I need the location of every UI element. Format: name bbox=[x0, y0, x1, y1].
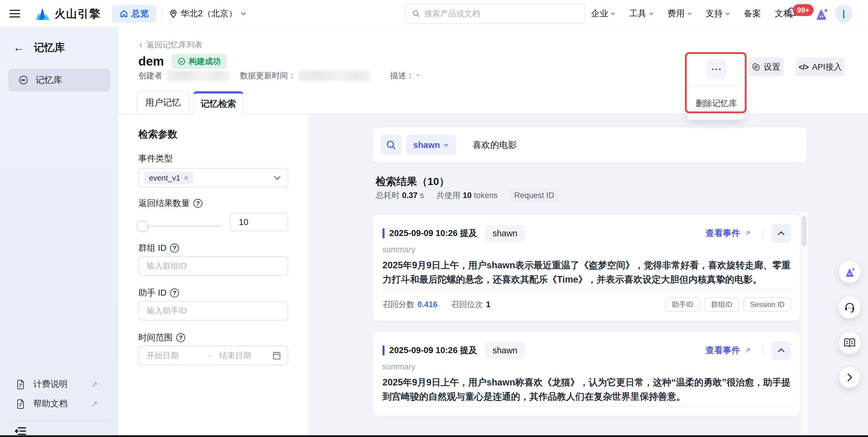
volcengine-logo[interactable]: 火山引擎 bbox=[35, 6, 101, 21]
search-icon bbox=[412, 9, 420, 18]
memory-icon bbox=[19, 75, 28, 85]
documentation-fab[interactable] bbox=[839, 332, 861, 354]
search-input[interactable] bbox=[424, 9, 566, 19]
collapse-card-button[interactable] bbox=[771, 341, 791, 360]
app-root: 火山引擎 总览 华北2（北京） 企业 工具 费用 支持 备案 bbox=[0, 0, 868, 437]
run-search-button[interactable] bbox=[381, 135, 401, 155]
ai-assistant-mascot-icon[interactable] bbox=[812, 5, 830, 23]
group-id-input[interactable] bbox=[138, 256, 288, 276]
group-id-pill[interactable]: 群组ID bbox=[705, 297, 739, 312]
region-selector[interactable]: 华北2（北京） bbox=[169, 7, 246, 20]
result-card-footer: 召回分数 0.416 召回位次 1 助手ID 群组ID Session ID bbox=[382, 297, 791, 312]
result-count-input[interactable] bbox=[230, 213, 288, 231]
results-area: shawn 喜欢的电影 检索结果（10） 总耗时0.37s 共使用10token… bbox=[308, 114, 868, 435]
user-selector[interactable]: shawn bbox=[406, 135, 456, 155]
session-id-pill[interactable]: Session ID bbox=[744, 297, 791, 312]
result-card-header: 2025-09-09 10:26 提及 shawn 查看事件 bbox=[382, 342, 791, 359]
vertical-divider bbox=[763, 228, 763, 239]
collapse-card-button[interactable] bbox=[771, 224, 791, 242]
vertical-divider bbox=[763, 345, 763, 356]
nav-billing[interactable]: 费用 bbox=[668, 8, 692, 20]
tokens-value: 10 bbox=[463, 191, 472, 200]
ai-mascot-icon bbox=[842, 265, 857, 279]
score-label: 召回分数 bbox=[382, 299, 414, 310]
open-book-icon bbox=[843, 338, 856, 349]
sidebar-header: ← 记忆库 bbox=[0, 38, 119, 56]
help-icon: ? bbox=[193, 199, 202, 208]
tab-user-memory[interactable]: 用户记忆 bbox=[137, 91, 189, 114]
chevron-down-icon bbox=[443, 143, 449, 147]
creator-value-redacted bbox=[166, 70, 229, 81]
api-label: API接入 bbox=[812, 61, 842, 72]
query-input[interactable]: 喜欢的电影 bbox=[472, 136, 517, 153]
creator-label: 创建者 bbox=[138, 70, 162, 81]
time-range-label: 时间范围? bbox=[138, 332, 185, 344]
sidebar-divider bbox=[9, 421, 110, 421]
event-type-select[interactable]: event_v1 × bbox=[138, 168, 288, 188]
slider-handle[interactable] bbox=[137, 221, 148, 232]
more-actions-button[interactable]: ⋯ bbox=[707, 59, 726, 80]
request-id-button[interactable]: Request ID bbox=[509, 189, 559, 202]
results-scrollbar bbox=[801, 211, 808, 435]
ai-assistant-fab[interactable] bbox=[839, 261, 861, 283]
query-bar: shawn 喜欢的电影 bbox=[373, 127, 807, 163]
nav-enterprise[interactable]: 企业 bbox=[591, 8, 616, 20]
start-date-placeholder: 开始日期 bbox=[147, 350, 179, 361]
status-badge: 构建成功 bbox=[172, 54, 227, 69]
updated-value-redacted bbox=[298, 70, 371, 81]
date-range-picker[interactable]: 开始日期 - 结束日期 bbox=[138, 346, 288, 365]
tab-memory-retrieval[interactable]: 记忆检索 bbox=[193, 91, 244, 114]
sidebar-link-help-doc[interactable]: 帮助文档 ↗ bbox=[8, 394, 110, 413]
hamburger-menu-icon[interactable] bbox=[9, 8, 21, 19]
id-pills: 助手ID 群组ID Session ID bbox=[665, 297, 791, 312]
assistant-id-pill[interactable]: 助手ID bbox=[665, 297, 700, 312]
panel-expand-fab[interactable] bbox=[839, 367, 860, 388]
results-stats: 总耗时0.37s 共使用10tokens Request ID bbox=[376, 189, 559, 202]
page-title: dem bbox=[138, 54, 164, 68]
results-title: 检索结果（10） bbox=[376, 175, 450, 188]
chevron-down-icon bbox=[687, 12, 692, 16]
settings-button[interactable]: 设置 bbox=[749, 58, 783, 77]
remove-tag-icon[interactable]: × bbox=[184, 173, 188, 183]
help-icon: ? bbox=[170, 289, 179, 297]
nav-support[interactable]: 支持 bbox=[706, 8, 730, 20]
nav-tools[interactable]: 工具 bbox=[629, 8, 654, 20]
overview-label: 总览 bbox=[131, 8, 149, 20]
assistant-id-input[interactable] bbox=[138, 301, 288, 320]
summary-label: summary bbox=[382, 362, 415, 372]
user-avatar[interactable]: | bbox=[835, 5, 852, 23]
external-link-icon: ↗ bbox=[91, 399, 98, 409]
notifications-button[interactable]: 99+ bbox=[786, 6, 812, 22]
description-label: 描述： bbox=[390, 70, 414, 81]
delete-memory-base-item[interactable]: 删除记忆库 bbox=[695, 98, 737, 109]
code-icon: </> bbox=[799, 63, 808, 71]
result-card-header: 2025-09-09 10:26 提及 shawn 查看事件 bbox=[382, 225, 791, 242]
chevron-down-icon bbox=[273, 176, 281, 180]
chevron-down-icon bbox=[649, 12, 654, 16]
customer-service-fab[interactable] bbox=[839, 296, 861, 318]
sidebar-item-memory-base[interactable]: 记忆库 bbox=[8, 69, 110, 91]
nav-icp[interactable]: 备案 bbox=[744, 8, 761, 20]
gear-icon bbox=[752, 63, 760, 71]
sidebar-link-billing-doc[interactable]: 计费说明 ↗ bbox=[8, 375, 110, 394]
summary-text: 2025年9月9日上午，用户shawn称喜欢《龙猫》，认为它更日常，这种“温柔的… bbox=[382, 375, 791, 404]
view-event-link[interactable]: 查看事件 bbox=[706, 227, 751, 239]
window-bottom-edge bbox=[0, 435, 868, 437]
ellipsis-icon: ⋯ bbox=[711, 63, 722, 75]
breadcrumb-back-link[interactable]: ‹ 返回记忆库列表 bbox=[139, 39, 203, 50]
event-date: 2025-09-09 10:26 提及 bbox=[389, 227, 477, 239]
view-event-link[interactable]: 查看事件 bbox=[706, 345, 751, 356]
logo-text: 火山引擎 bbox=[55, 6, 101, 21]
api-access-button[interactable]: </> API接入 bbox=[796, 58, 845, 77]
slider-track[interactable] bbox=[138, 225, 221, 227]
back-arrow-icon[interactable]: ← bbox=[13, 42, 24, 53]
user-chip: shawn bbox=[485, 342, 525, 359]
overview-button[interactable]: 总览 bbox=[112, 5, 156, 23]
region-label: 华北2（北京） bbox=[181, 8, 237, 20]
end-date-placeholder: 结束日期 bbox=[219, 350, 251, 361]
updated-label: 数据更新时间： bbox=[240, 70, 296, 81]
chevron-down-icon bbox=[241, 11, 246, 16]
result-card: 2025-09-09 10:26 提及 shawn 查看事件 summary 2… bbox=[373, 332, 800, 416]
result-count-slider bbox=[138, 220, 221, 232]
scrollbar-thumb[interactable] bbox=[802, 216, 807, 247]
